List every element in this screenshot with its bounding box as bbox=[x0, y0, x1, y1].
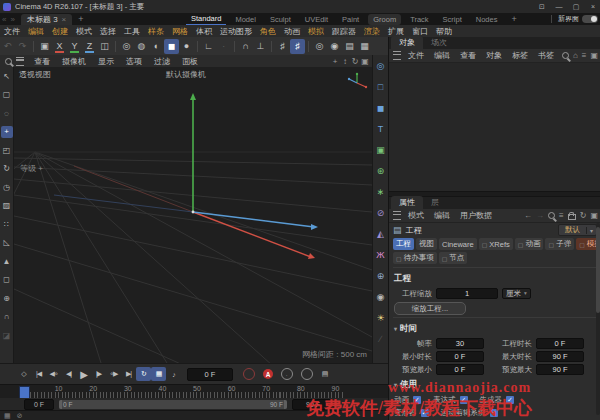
spline-wrap-icon[interactable]: ⊘ bbox=[374, 206, 387, 219]
cube-object-icon[interactable]: ◼ bbox=[374, 101, 387, 114]
layout-view-icon[interactable]: ▣ bbox=[37, 39, 52, 54]
keyframe-button[interactable]: ◇ bbox=[16, 367, 31, 381]
goto-start-button[interactable]: |◀ bbox=[31, 367, 46, 381]
search-icon[interactable] bbox=[562, 52, 569, 59]
next-frame-button[interactable]: |▶ bbox=[91, 367, 106, 381]
camera-object-icon[interactable]: ◉ bbox=[374, 290, 387, 303]
menu-select[interactable]: 选择 bbox=[96, 26, 120, 37]
grid-status-icon[interactable]: ▦ bbox=[4, 412, 11, 420]
viewport-hamburger-icon[interactable] bbox=[16, 57, 24, 66]
lock-y-axis-button[interactable]: Y bbox=[67, 39, 82, 54]
extrude-icon[interactable]: ◭ bbox=[374, 227, 387, 240]
range-start-field[interactable]: 0 F bbox=[24, 399, 54, 410]
keyframe-mode-button[interactable]: ▦ bbox=[151, 367, 166, 381]
axis-mode-icon[interactable]: ⊕ bbox=[1, 292, 13, 304]
viewport-canvas[interactable]: 透视视图 默认摄像机 等级 + 网格间距 : 500 cm bbox=[14, 67, 372, 363]
nav-back-icon[interactable]: « bbox=[2, 15, 6, 24]
menu-file[interactable]: 文件 bbox=[0, 26, 24, 37]
attribute-tab-子弹[interactable]: ▢子弹 bbox=[545, 238, 574, 250]
search-icon[interactable] bbox=[548, 212, 555, 219]
autokey-button[interactable]: A bbox=[263, 369, 273, 379]
render-picture-viewer-icon[interactable]: ◍ bbox=[134, 39, 149, 54]
om-menu-objects[interactable]: 对象 bbox=[481, 50, 507, 61]
vp-menu-cameras[interactable]: 摄像机 bbox=[56, 56, 92, 67]
om-menu-view[interactable]: 查看 bbox=[455, 50, 481, 61]
rotate-tool-icon[interactable]: ↻ bbox=[1, 163, 13, 175]
prev-frame-button[interactable]: ◀| bbox=[61, 367, 76, 381]
menu-mode[interactable]: 模式 bbox=[72, 26, 96, 37]
disabled-pen-icon[interactable]: ∕ bbox=[374, 332, 387, 345]
attribute-tab-节点[interactable]: ▢节点 bbox=[439, 252, 468, 264]
axis-tool-icon[interactable]: ∟ bbox=[201, 39, 216, 54]
attribute-tab-待办事项[interactable]: ▢待办事项 bbox=[393, 252, 437, 264]
menu-animate[interactable]: 动画 bbox=[280, 26, 304, 37]
quantize-on-icon[interactable]: ♯ bbox=[290, 39, 305, 54]
text-object-icon[interactable]: T bbox=[374, 122, 387, 135]
marquee-select-icon[interactable]: ▢ bbox=[1, 89, 13, 101]
menu-spline[interactable]: 样条 bbox=[144, 26, 168, 37]
menu-window[interactable]: 窗口 bbox=[408, 26, 432, 37]
menu-tracker[interactable]: 跟踪器 bbox=[328, 26, 360, 37]
workplane-icon[interactable]: ⊥ bbox=[253, 39, 268, 54]
layout-tab-nodes[interactable]: Nodes bbox=[471, 14, 503, 25]
document-tab[interactable]: 未标题 3 × bbox=[21, 14, 72, 25]
play-button[interactable]: ▶ bbox=[76, 367, 91, 381]
scale-project-button[interactable]: 缩放工程... bbox=[394, 302, 466, 315]
primitive-cube-icon[interactable]: ◼ bbox=[164, 39, 179, 54]
axis-gizmo-icon[interactable] bbox=[346, 71, 368, 91]
menu-tools[interactable]: 工具 bbox=[120, 26, 144, 37]
menu-volume[interactable]: 体积 bbox=[192, 26, 216, 37]
nav-forward-icon[interactable]: » bbox=[10, 15, 14, 24]
new-ui-toggle[interactable] bbox=[582, 15, 598, 23]
menu-edit[interactable]: 编辑 bbox=[24, 26, 48, 37]
menu-create[interactable]: 创建 bbox=[48, 26, 72, 37]
vp-menu-display[interactable]: 显示 bbox=[92, 56, 120, 67]
menu-mograph[interactable]: 运动图形 bbox=[216, 26, 256, 37]
layers-icon[interactable]: ▦ bbox=[357, 39, 372, 54]
param-field[interactable]: 30 bbox=[436, 338, 484, 349]
render-settings-icon[interactable]: ◐ bbox=[149, 39, 164, 54]
snap-magnet-icon[interactable]: ∩ bbox=[238, 39, 253, 54]
character-joint-icon[interactable]: Ж bbox=[374, 248, 387, 261]
home-icon[interactable]: ⌂ bbox=[573, 51, 578, 60]
history-forward-icon[interactable]: → bbox=[536, 211, 544, 220]
workplane-lock-icon[interactable]: ◪ bbox=[1, 329, 13, 341]
preview-range-slider[interactable]: 0 F 90 F bbox=[59, 400, 287, 409]
undo-icon[interactable]: ↶ bbox=[0, 39, 15, 54]
om-menu-bookmarks[interactable]: 书签 bbox=[533, 50, 559, 61]
menu-extensions[interactable]: 扩展 bbox=[384, 26, 408, 37]
pan-view-icon[interactable]: + bbox=[331, 57, 339, 66]
refresh-icon[interactable]: ↻ bbox=[580, 211, 587, 220]
param-field[interactable]: 90 F bbox=[536, 364, 584, 375]
rotate-view-icon[interactable]: ↻ bbox=[351, 57, 359, 66]
menu-render[interactable]: 渲染 bbox=[360, 26, 384, 37]
redo-icon[interactable]: ↷ bbox=[15, 39, 30, 54]
layout-tab-track[interactable]: Track bbox=[405, 14, 433, 25]
close-tab-icon[interactable]: × bbox=[62, 15, 67, 24]
tab-objects[interactable]: 对象 bbox=[391, 36, 423, 49]
primitive-sphere-icon[interactable]: ● bbox=[179, 39, 194, 54]
minimize-button[interactable]: — bbox=[554, 3, 564, 10]
om-hamburger-icon[interactable] bbox=[393, 51, 401, 60]
tab-takes[interactable]: 场次 bbox=[423, 36, 455, 49]
popup-icon[interactable]: ▣ bbox=[590, 51, 598, 60]
next-key-button[interactable]: ∘▶ bbox=[106, 367, 121, 381]
layout-tab-model[interactable]: Model bbox=[230, 14, 260, 25]
param-field[interactable]: 0 F bbox=[436, 364, 484, 375]
subdivision-surface-icon[interactable]: ▣ bbox=[374, 143, 387, 156]
vp-menu-view[interactable]: 查看 bbox=[28, 56, 56, 67]
lasso-select-icon[interactable]: ◌ bbox=[1, 107, 13, 119]
tab-layers[interactable]: 层 bbox=[423, 196, 447, 209]
menu-character[interactable]: 角色 bbox=[256, 26, 280, 37]
param-field[interactable]: 0 F bbox=[536, 338, 584, 349]
vp-menu-panel[interactable]: 面板 bbox=[176, 56, 204, 67]
layout-tab-uvedit[interactable]: UVEdit bbox=[300, 14, 333, 25]
last-tool-icon[interactable]: ◷ bbox=[1, 181, 13, 193]
zoom-view-icon[interactable]: ↕ bbox=[341, 57, 349, 66]
layout-tab-groom[interactable]: Groom bbox=[368, 14, 401, 25]
model-mode-icon[interactable]: ◻ bbox=[1, 274, 13, 286]
am-hamburger-icon[interactable] bbox=[393, 211, 401, 220]
snap-toggle-icon[interactable]: ∩ bbox=[1, 311, 13, 323]
goto-end-button[interactable]: ▶| bbox=[121, 367, 136, 381]
sound-button[interactable]: ♪ bbox=[166, 367, 181, 381]
